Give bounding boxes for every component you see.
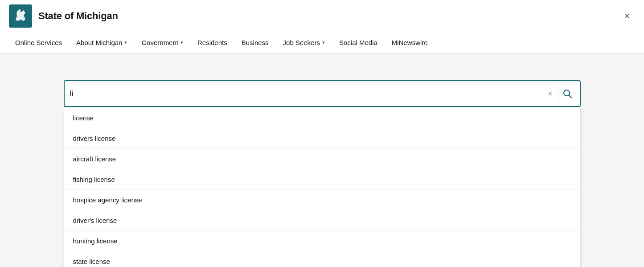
michigan-logo (9, 4, 32, 28)
nav-item-government[interactable]: Government ▾ (135, 34, 189, 51)
autocomplete-item[interactable]: driver's license (64, 210, 580, 231)
autocomplete-item[interactable]: hospice agency license (64, 190, 580, 210)
autocomplete-item[interactable]: license (64, 108, 580, 128)
site-title: State of Michigan (38, 10, 118, 22)
search-icon (562, 88, 573, 99)
search-box: × (64, 80, 581, 107)
search-input[interactable] (70, 89, 544, 99)
search-button[interactable] (558, 86, 574, 101)
autocomplete-dropdown: license drivers license aircraft license… (64, 108, 581, 267)
header-left: State of Michigan (9, 4, 118, 28)
autocomplete-item[interactable]: aircraft license (64, 149, 580, 169)
chevron-down-icon: ▾ (124, 40, 127, 45)
nav-item-residents[interactable]: Residents (191, 34, 234, 51)
nav-item-social-media[interactable]: Social Media (333, 34, 384, 51)
nav-item-about-michigan[interactable]: About Michigan ▾ (70, 34, 133, 51)
autocomplete-item[interactable]: state license (64, 251, 580, 267)
nav-item-job-seekers[interactable]: Job Seekers ▾ (277, 34, 331, 51)
close-button[interactable]: × (619, 8, 635, 24)
autocomplete-item[interactable]: fishing license (64, 169, 580, 190)
main-content: × license drivers license aircraft licen… (0, 53, 644, 267)
clear-search-button[interactable]: × (544, 87, 556, 100)
autocomplete-item[interactable]: drivers license (64, 128, 580, 149)
main-nav: Online Services About Michigan ▾ Governm… (0, 32, 644, 53)
nav-item-online-services[interactable]: Online Services (9, 34, 68, 51)
nav-item-minewswire[interactable]: MiNewswire (386, 34, 434, 51)
nav-item-business[interactable]: Business (235, 34, 275, 51)
svg-line-1 (569, 95, 571, 98)
chevron-down-icon: ▾ (180, 40, 183, 45)
chevron-down-icon: ▾ (322, 40, 325, 45)
autocomplete-item[interactable]: hunting license (64, 231, 580, 251)
search-wrapper: × license drivers license aircraft licen… (64, 80, 581, 107)
header: State of Michigan × (0, 0, 644, 32)
